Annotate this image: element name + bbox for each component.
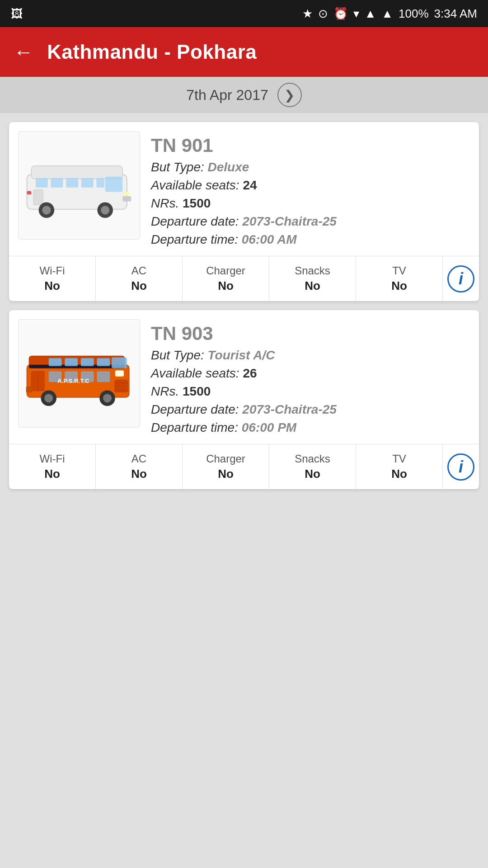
svg-rect-27 [97,371,110,382]
bus-list: TN 901 But Type: Deluxe Available seats:… [0,113,488,498]
bus-2-amenities: Wi-Fi No AC No Charger No Snacks No TV N… [9,444,479,489]
bus-1-dep-date: Departure date: 2073-Chaitra-25 [151,214,470,229]
bus-1-charger: Charger No [183,256,269,301]
status-bar-left: 🖼 [11,7,23,21]
wifi-icon: ▾ [353,7,359,21]
bus-1-tv: TV No [356,256,443,301]
bus-2-seats: Available seats: 26 [151,366,470,381]
bus-1-info-button[interactable]: i [443,256,479,301]
svg-rect-2 [105,177,122,192]
date-bar: 7th Apr 2017 ❯ [0,77,488,113]
alarm-icon: ⏰ [333,7,348,21]
svg-rect-14 [124,192,130,195]
time-text: 3:34 AM [434,7,477,21]
bus-card-2: A.P.S.R.T.C TN 903 But Type: Tourist A/C… [9,310,479,489]
svg-rect-13 [122,196,131,202]
bus-1-snacks: Snacks No [269,256,356,301]
bus-2-number: TN 903 [151,323,470,344]
signal-icon: ▲ [365,7,376,21]
app-bar: ← Kathmandu - Pokhara [0,27,488,77]
bus-2-image: A.P.S.R.T.C [18,319,140,428]
bus-1-price: NRs. 1500 [151,196,470,211]
svg-point-37 [44,394,53,402]
bus-card-1-main: TN 901 But Type: Deluxe Available seats:… [9,122,479,256]
bus-1-number: TN 901 [151,135,470,156]
signal-bars-icon: ▲ [381,7,393,21]
info-icon-2: i [447,453,474,481]
svg-rect-21 [81,358,94,366]
bus-1-wifi: Wi-Fi No [9,256,96,301]
svg-rect-7 [96,178,104,188]
svg-point-12 [101,206,109,214]
bus-2-wifi: Wi-Fi No [9,444,96,489]
bus-2-tv: TV No [356,444,443,489]
bus-1-amenities: Wi-Fi No AC No Charger No Snacks No TV N… [9,256,479,301]
radio-icon: ⊙ [318,7,328,21]
bus-2-dep-date: Departure date: 2073-Chaitra-25 [151,402,470,417]
bus-2-charger: Charger No [183,444,269,489]
svg-rect-15 [27,191,32,195]
svg-rect-35 [26,387,33,392]
bus-2-type: But Type: Tourist A/C [151,348,470,363]
svg-point-39 [103,394,112,402]
svg-rect-23 [112,357,127,368]
bus-2-svg: A.P.S.R.T.C [23,337,136,410]
bus-2-ac: AC No [96,444,183,489]
svg-rect-20 [65,358,78,366]
svg-rect-19 [49,358,62,366]
svg-rect-30 [115,380,128,392]
bus-1-svg [23,149,136,222]
status-bar: 🖼 ★ ⊙ ⏰ ▾ ▲ ▲ 100% 3:34 AM [0,0,488,27]
bus-1-seats: Available seats: 24 [151,178,470,193]
svg-rect-6 [81,178,94,188]
svg-rect-34 [115,370,124,376]
bus-card-2-main: A.P.S.R.T.C TN 903 But Type: Tourist A/C… [9,310,479,444]
page-title: Kathmandu - Pokhara [47,41,257,63]
chevron-right-icon: ❯ [284,88,295,103]
photo-icon: 🖼 [11,7,23,21]
svg-rect-22 [97,358,110,366]
svg-text:A.P.S.R.T.C: A.P.S.R.T.C [57,377,89,384]
battery-text: 100% [399,7,429,21]
next-date-button[interactable]: ❯ [277,83,302,107]
bus-2-snacks: Snacks No [269,444,356,489]
svg-rect-3 [36,178,48,188]
bus-2-price: NRs. 1500 [151,384,470,399]
back-button[interactable]: ← [14,41,33,63]
bus-1-type: But Type: Deluxe [151,160,470,175]
bus-1-info: TN 901 But Type: Deluxe Available seats:… [151,131,470,247]
svg-point-10 [42,206,51,214]
bus-2-info: TN 903 But Type: Tourist A/C Available s… [151,319,470,435]
svg-rect-5 [66,178,78,188]
bus-1-ac: AC No [96,256,183,301]
info-icon-1: i [447,265,474,292]
bus-2-dep-time: Departure time: 06:00 PM [151,420,470,435]
bluetooth-icon: ★ [302,7,313,21]
svg-rect-8 [33,190,43,205]
bus-card-1: TN 901 But Type: Deluxe Available seats:… [9,122,479,301]
status-bar-right: ★ ⊙ ⏰ ▾ ▲ ▲ 100% 3:34 AM [302,7,477,21]
bus-2-info-button[interactable]: i [443,444,479,489]
bus-1-dep-time: Departure time: 06:00 AM [151,232,470,247]
bus-1-image [18,131,140,240]
svg-rect-4 [51,178,63,188]
date-label: 7th Apr 2017 [186,87,268,104]
